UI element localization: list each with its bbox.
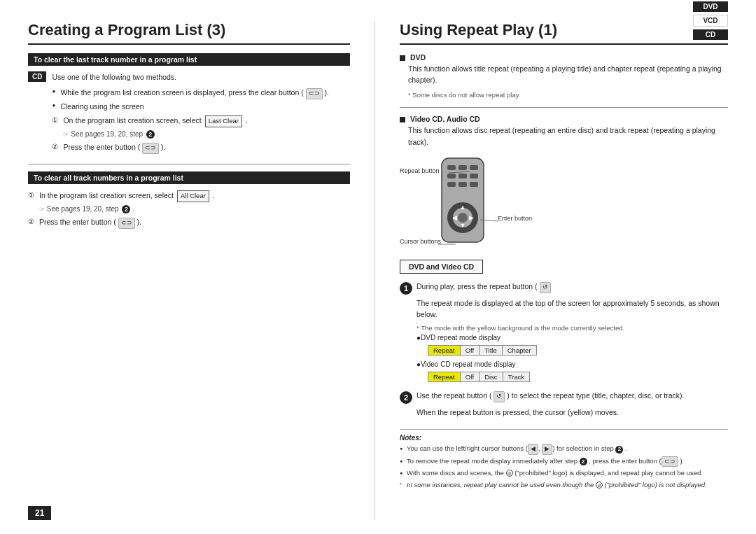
section1-intro: Use one of the following two methods. bbox=[52, 71, 329, 83]
dvd-cell-chapter: Chapter bbox=[503, 346, 536, 355]
vcd-text: This function allows disc repeat (repeat… bbox=[400, 125, 728, 148]
dvd-vcd-box: DVD and Video CD bbox=[400, 260, 483, 274]
right-title: Using Repeat Play (1) bbox=[400, 21, 728, 45]
last-clear-label: Last Clear bbox=[205, 115, 242, 127]
dvd-vcd-section-header: DVD and Video CD bbox=[400, 260, 728, 274]
section2-step2-badge: 2 bbox=[122, 205, 130, 213]
prohibited-icon2: ⊘ bbox=[596, 482, 603, 489]
step2-circle: 2 bbox=[400, 391, 412, 404]
dvd-cell-title: Title bbox=[479, 346, 503, 355]
section2-header: To clear all track numbers in a program … bbox=[28, 171, 350, 184]
section2-enter-icon: ⊂⊃ bbox=[118, 218, 135, 229]
clear-button-icon: ⊂⊃ bbox=[306, 88, 323, 99]
cd-badge-right: CD bbox=[693, 29, 728, 40]
step2-content: Use the repeat button ( ↺ ) to select th… bbox=[416, 390, 728, 422]
note-item-4: In some instances, repeat play cannot be… bbox=[400, 480, 728, 490]
media-badges: DVD VCD CD bbox=[693, 1, 728, 40]
note-item-1: You can use the left/right cursor button… bbox=[400, 444, 728, 455]
vcd-square-icon bbox=[400, 117, 405, 122]
left-cursor-note-icon: ◀ bbox=[528, 444, 538, 455]
dvd-section: DVD This function allows title repeat (r… bbox=[400, 53, 728, 100]
dvd-badge: DVD bbox=[693, 1, 728, 12]
right-column: DVD VCD CD Using Repeat Play (1) DVD Thi… bbox=[400, 21, 728, 520]
cd-badge: CD bbox=[28, 71, 46, 82]
vcd-section: Video CD, Audio CD This function allows … bbox=[400, 115, 728, 148]
prohibited-icon: ⊘ bbox=[506, 470, 513, 477]
all-clear-label: All Clear bbox=[177, 190, 209, 202]
step1-circle: 1 bbox=[400, 282, 412, 295]
dvd-square-icon bbox=[400, 55, 405, 61]
notes-section: Notes: You can use the left/right cursor… bbox=[400, 429, 728, 490]
left-title: Creating a Program List (3) bbox=[28, 21, 350, 45]
step2-badge: 2 bbox=[146, 130, 155, 139]
section2-step1: ① In the program list creation screen, s… bbox=[28, 190, 350, 202]
notes-label: Notes: bbox=[400, 434, 728, 442]
page-number: 21 bbox=[28, 506, 51, 520]
repeat-btn-icon: ↺ bbox=[540, 282, 551, 293]
dvd-cell-repeat: Repeat bbox=[428, 346, 461, 355]
right-cursor-note-icon: ▶ bbox=[542, 444, 552, 455]
step2-row: 2 Use the repeat button ( ↺ ) to select … bbox=[400, 390, 728, 422]
dvd-vcd-label: DVD and Video CD bbox=[409, 262, 474, 271]
remote-illustration: ▲ ▼ ◀ ▶ Repeat button Cursor buttons Ent… bbox=[400, 155, 728, 253]
vcd-badge: VCD bbox=[693, 15, 728, 27]
dvd-mode-label: ●DVD repeat mode display bbox=[416, 334, 728, 342]
vcd-cell-disc: Disc bbox=[479, 372, 503, 381]
section1-header: To clear the last track number in a prog… bbox=[28, 53, 350, 66]
svg-line-18 bbox=[480, 220, 498, 221]
section2-step2: ② Press the enter button ( ⊂⊃ ). bbox=[28, 216, 350, 229]
svg-line-16 bbox=[449, 171, 470, 173]
step1-ref: ☞ See pages 19, 20, step 2 . bbox=[63, 130, 329, 139]
cursor-buttons-label: Cursor buttons bbox=[400, 238, 441, 245]
step1-content: During play, press the repeat button ( ↺… bbox=[416, 281, 728, 384]
column-divider bbox=[374, 21, 375, 520]
section2-step1-ref: ☞ See pages 19, 20, step 2 . bbox=[39, 205, 350, 213]
bullet2: Clearing using the screen bbox=[52, 101, 329, 112]
note-enter-icon: ⊂⊃ bbox=[662, 456, 678, 468]
vcd-mode-label: ●Video CD repeat mode display bbox=[416, 360, 728, 368]
enter-button-label: Enter button bbox=[498, 215, 532, 222]
vcd-cell-off: Off bbox=[461, 372, 480, 381]
dvd-repeat-table: Repeat Off Title Chapter bbox=[428, 345, 537, 356]
note-step2-badge2: 2 bbox=[580, 458, 587, 465]
dvd-text: This function allows title repeat (repea… bbox=[400, 63, 728, 86]
enter-button-icon: ⊂⊃ bbox=[142, 143, 159, 154]
step1-row: 1 During play, press the repeat button (… bbox=[400, 281, 728, 384]
note-item-3: With some discs and scenes, the ⊘ ("proh… bbox=[400, 468, 728, 478]
dvd-note: * Some discs do not allow repeat play. bbox=[400, 90, 728, 101]
vcd-repeat-table: Repeat Off Disc Track bbox=[428, 372, 530, 382]
note-step2-badge: 2 bbox=[615, 446, 623, 454]
left-column: Creating a Program List (3) To clear the… bbox=[28, 21, 350, 520]
dvd-cell-off: Off bbox=[461, 346, 480, 355]
step2-repeat-icon: ↺ bbox=[493, 391, 505, 402]
step1-item: ① On the program list creation screen, s… bbox=[52, 115, 329, 127]
bullet1: While the program list creation screen i… bbox=[52, 87, 329, 99]
step2-item: ② Press the enter button ( ⊂⊃ ). bbox=[52, 141, 329, 154]
vcd-cell-track: Track bbox=[503, 372, 529, 381]
step1-note: * The mode with the yellow background is… bbox=[416, 324, 728, 332]
vcd-cell-repeat: Repeat bbox=[428, 372, 461, 381]
note-item-2: To remove the repeat mode display immedi… bbox=[400, 456, 728, 468]
